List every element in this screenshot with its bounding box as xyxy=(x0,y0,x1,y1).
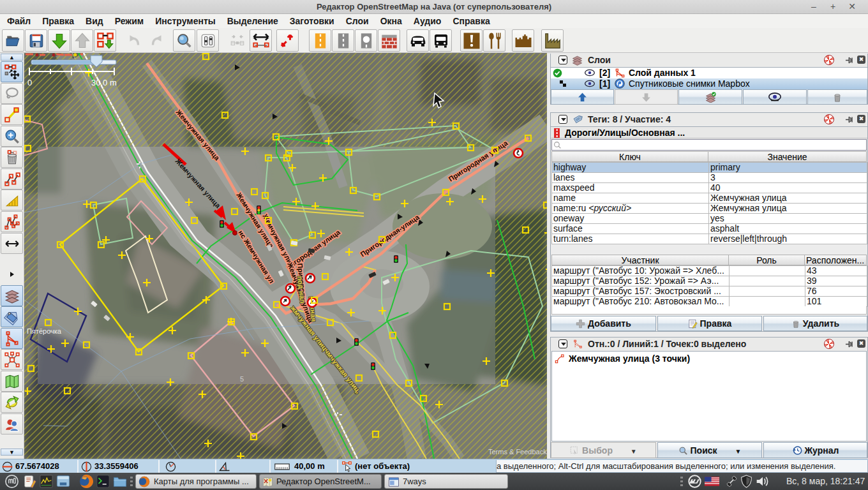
svg-text:5: 5 xyxy=(240,375,244,383)
svg-text:Пятёрочка: Пятёрочка xyxy=(27,327,62,335)
svg-text:Terms & Feedback: Terms & Feedback xyxy=(488,448,547,456)
svg-text:30.0 m: 30.0 m xyxy=(91,78,117,87)
svg-text:0: 0 xyxy=(27,78,32,87)
